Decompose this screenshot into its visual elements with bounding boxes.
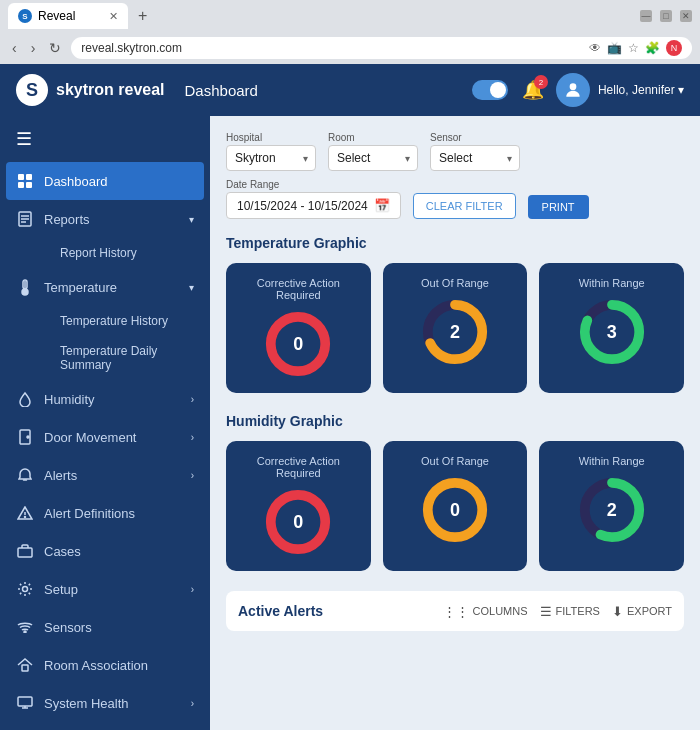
tab-close[interactable]: ✕ <box>109 10 118 23</box>
new-tab-button[interactable]: + <box>134 7 151 25</box>
active-alerts-title: Active Alerts <box>238 603 323 619</box>
tab-favicon: S <box>18 9 32 23</box>
profile-icon: N <box>666 40 682 56</box>
address-bar[interactable]: reveal.skytron.com 👁 📺 ☆ 🧩 N <box>71 37 692 59</box>
sidebar-item-room-assoc[interactable]: Room Association <box>0 646 210 684</box>
svg-point-19 <box>24 631 26 633</box>
logo-letter: S <box>26 80 38 101</box>
date-range-picker[interactable]: 10/15/2024 - 10/15/2024 📅 <box>226 192 401 219</box>
refresh-button[interactable]: ↻ <box>45 38 65 58</box>
temp-out-value: 2 <box>450 322 460 343</box>
temp-corrective-value: 0 <box>293 334 303 355</box>
gear-icon <box>16 580 34 598</box>
room-select[interactable]: Select <box>328 145 418 171</box>
home-icon <box>16 656 34 674</box>
close-button[interactable]: ✕ <box>680 10 692 22</box>
back-button[interactable]: ‹ <box>8 38 21 58</box>
temp-card-within-range: Within Range 3 <box>539 263 684 393</box>
url-text: reveal.skytron.com <box>81 41 182 55</box>
chevron-right-icon: › <box>191 698 194 709</box>
sidebar-item-cases[interactable]: Cases <box>0 532 210 570</box>
svg-point-13 <box>27 436 29 438</box>
sidebar-item-alert-defs[interactable]: Alert Definitions <box>0 494 210 532</box>
chevron-right-icon: › <box>191 394 194 405</box>
minimize-button[interactable]: — <box>640 10 652 22</box>
hum-card-out-of-range: Out Of Range 0 <box>383 441 528 571</box>
columns-button[interactable]: ⋮⋮ COLUMNS <box>443 604 528 619</box>
sidebar-item-label: Alerts <box>44 468 77 483</box>
theme-toggle[interactable] <box>472 80 508 100</box>
window-controls: — □ ✕ <box>640 10 692 22</box>
hum-out-value: 0 <box>450 500 460 521</box>
file-icon <box>16 210 34 228</box>
print-button[interactable]: PRINT <box>528 195 589 219</box>
sidebar-reports-submenu: Report History <box>0 238 210 268</box>
chevron-down-icon: ▾ <box>189 282 194 293</box>
alerts-header: Active Alerts ⋮⋮ COLUMNS ☰ FILTERS ⬇ EXP <box>238 603 672 619</box>
top-nav: S skytron reveal Dashboard 🔔 2 Hello, Je… <box>0 64 700 116</box>
wifi-icon <box>16 618 34 636</box>
eye-icon: 👁 <box>589 41 601 55</box>
sidebar-item-temperature[interactable]: Temperature ▾ <box>0 268 210 306</box>
sidebar-item-label: Temperature <box>44 280 117 295</box>
browser-tab[interactable]: S Reveal ✕ <box>8 3 128 29</box>
temp-donut-corrective: 0 <box>263 309 333 379</box>
sidebar-sub-label: Report History <box>60 246 137 260</box>
sidebar-item-door[interactable]: Door Movement › <box>0 418 210 456</box>
temp-donut-within: 3 <box>577 297 647 367</box>
sidebar: ☰ Dashboard Reports ▾ Report History <box>0 116 210 730</box>
sidebar-item-setup[interactable]: Setup › <box>0 570 210 608</box>
sidebar-item-sensors[interactable]: Sensors <box>0 608 210 646</box>
room-select-wrapper: Select <box>328 145 418 171</box>
sidebar-item-temp-history[interactable]: Temperature History <box>44 306 210 336</box>
hamburger-button[interactable]: ☰ <box>0 116 210 162</box>
browser-chrome: S Reveal ✕ + — □ ✕ ‹ › ↻ reveal.skytron.… <box>0 0 700 64</box>
svg-rect-17 <box>18 548 32 557</box>
hospital-select[interactable]: Skytron <box>226 145 316 171</box>
room-label: Room <box>328 132 418 143</box>
sensor-select[interactable]: Select <box>430 145 520 171</box>
forward-button[interactable]: › <box>27 38 40 58</box>
temp-donut-out: 2 <box>420 297 490 367</box>
date-range-value: 10/15/2024 - 10/15/2024 <box>237 199 368 213</box>
sidebar-item-alerts[interactable]: Alerts › <box>0 456 210 494</box>
filters-label: FILTERS <box>556 605 600 617</box>
svg-point-0 <box>570 83 577 90</box>
user-avatar[interactable] <box>556 73 590 107</box>
notifications-bell[interactable]: 🔔 2 <box>522 79 544 101</box>
hum-card-corrective: Corrective Action Required 0 <box>226 441 371 571</box>
temp-card-corrective: Corrective Action Required 0 <box>226 263 371 393</box>
sidebar-item-label: Dashboard <box>44 174 108 189</box>
sidebar-item-reports[interactable]: Reports ▾ <box>0 200 210 238</box>
star-icon: ☆ <box>628 41 639 55</box>
temp-within-value: 3 <box>607 322 617 343</box>
export-label: EXPORT <box>627 605 672 617</box>
humidity-cards-row: Corrective Action Required 0 Out Of Rang… <box>226 441 684 571</box>
temp-card-within-label: Within Range <box>579 277 645 289</box>
calendar-icon: 📅 <box>374 198 390 213</box>
app: S skytron reveal Dashboard 🔔 2 Hello, Je… <box>0 64 700 730</box>
humidity-section-title: Humidity Graphic <box>226 413 684 429</box>
active-alerts-section: Active Alerts ⋮⋮ COLUMNS ☰ FILTERS ⬇ EXP <box>226 591 684 631</box>
sensor-filter: Sensor Select <box>430 132 520 171</box>
sidebar-item-dashboard[interactable]: Dashboard <box>6 162 204 200</box>
sidebar-sub-label: Temperature History <box>60 314 168 328</box>
user-greeting[interactable]: Hello, Jennifer ▾ <box>598 83 684 97</box>
hum-donut-out: 0 <box>420 475 490 545</box>
export-icon: ⬇ <box>612 604 623 619</box>
sidebar-item-label: Sensors <box>44 620 92 635</box>
sidebar-item-system-health[interactable]: System Health › <box>0 684 210 722</box>
sidebar-item-temp-daily[interactable]: Temperature Daily Summary <box>44 336 210 380</box>
svg-point-16 <box>25 517 26 518</box>
filters-button[interactable]: ☰ FILTERS <box>540 604 600 619</box>
temp-card-out-of-range: Out Of Range 2 <box>383 263 528 393</box>
clear-filter-button[interactable]: CLEAR FILTER <box>413 193 516 219</box>
door-icon <box>16 428 34 446</box>
svg-rect-1 <box>18 174 24 180</box>
hum-donut-corrective: 0 <box>263 487 333 557</box>
maximize-button[interactable]: □ <box>660 10 672 22</box>
sidebar-item-report-history[interactable]: Report History <box>44 238 210 268</box>
sidebar-item-humidity[interactable]: Humidity › <box>0 380 210 418</box>
puzzle-icon: 🧩 <box>645 41 660 55</box>
export-button[interactable]: ⬇ EXPORT <box>612 604 672 619</box>
